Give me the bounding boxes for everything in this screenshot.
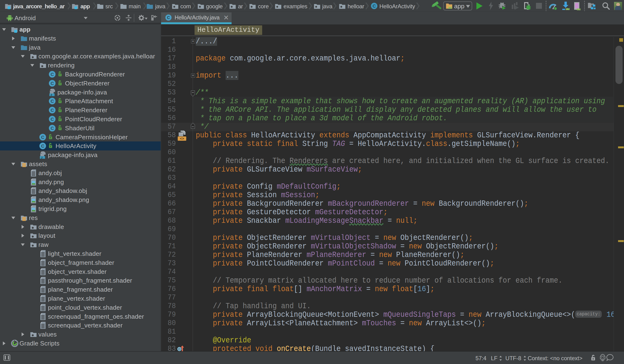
svg-text:C: C <box>41 135 44 140</box>
svg-text:C: C <box>51 117 54 122</box>
svg-text:C: C <box>51 81 54 86</box>
svg-text:J: J <box>41 156 43 159</box>
svg-text:J: J <box>51 94 52 96</box>
svg-text:C: C <box>51 108 54 113</box>
svg-text:C: C <box>167 15 170 20</box>
svg-text:C: C <box>51 72 54 77</box>
svg-text:C: C <box>41 144 44 149</box>
svg-text:C: C <box>51 99 54 104</box>
svg-text:C: C <box>372 3 376 8</box>
svg-text:C: C <box>51 126 54 131</box>
